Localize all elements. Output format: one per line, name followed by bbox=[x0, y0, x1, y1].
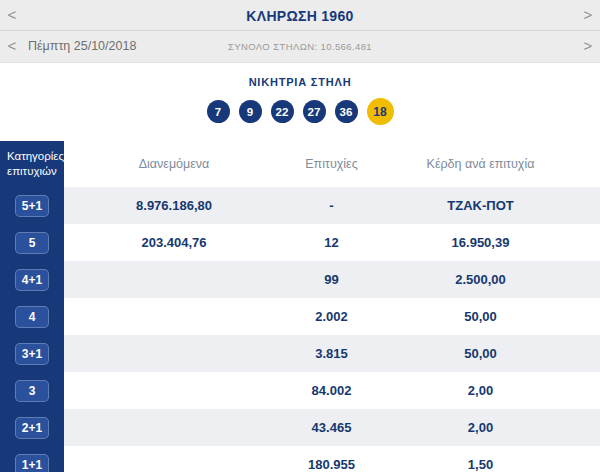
column-header-categories: Κατηγορίες επιτυχιών bbox=[0, 141, 64, 187]
table-row: 4 2.002 50,00 bbox=[0, 298, 600, 335]
category-badge: 3 bbox=[15, 380, 49, 402]
winners-cell: 43.465 bbox=[284, 420, 379, 435]
category-cell: 1+1 bbox=[0, 446, 64, 472]
category-cell: 2+1 bbox=[0, 409, 64, 446]
prize-cell: 2.500,00 bbox=[379, 272, 600, 287]
table-row: 5 203.404,76 12 16.950,39 bbox=[0, 224, 600, 261]
winners-cell: 3.815 bbox=[284, 346, 379, 361]
category-badge: 5+1 bbox=[15, 195, 49, 217]
draw-title: ΚΛΗΡΩΣΗ 1960 bbox=[0, 8, 600, 24]
category-cell: 5 bbox=[0, 224, 64, 261]
category-badge: 3+1 bbox=[15, 343, 49, 365]
column-header-prize: Κέρδη ανά επιτυχία bbox=[379, 157, 600, 171]
category-badge: 1+1 bbox=[15, 454, 49, 472]
prize-cell: 50,00 bbox=[379, 309, 600, 324]
distributed-cell: 203.404,76 bbox=[64, 235, 284, 250]
winning-column-label: ΝΙΚΗΤΡΙΑ ΣΤΗΛΗ bbox=[0, 76, 600, 88]
category-badge: 4 bbox=[15, 306, 49, 328]
winners-cell: 2.002 bbox=[284, 309, 379, 324]
distributed-cell: 8.976.186,80 bbox=[64, 198, 284, 213]
draw-title-row: < ΚΛΗΡΩΣΗ 1960 > bbox=[0, 0, 600, 31]
joker-draw-results-panel: < ΚΛΗΡΩΣΗ 1960 > < Πέμπτη 25/10/2018 ΣΥΝ… bbox=[0, 0, 600, 472]
winners-cell: 12 bbox=[284, 235, 379, 250]
prize-cell: 50,00 bbox=[379, 346, 600, 361]
column-header-distributed: Διανεμόμενα bbox=[64, 157, 284, 171]
prize-cell: 1,50 bbox=[379, 457, 600, 472]
category-badge: 4+1 bbox=[15, 269, 49, 291]
prize-cell: 16.950,39 bbox=[379, 235, 600, 250]
category-cell: 4+1 bbox=[0, 261, 64, 298]
prize-cell: 2,00 bbox=[379, 383, 600, 398]
number-ball: 22 bbox=[271, 100, 294, 123]
table-row: 1+1 180.955 1,50 bbox=[0, 446, 600, 472]
table-row: 2+1 43.465 2,00 bbox=[0, 409, 600, 446]
table-row: 3 84.002 2,00 bbox=[0, 372, 600, 409]
total-columns-label: ΣΥΝΟΛΟ ΣΤΗΛΩΝ: 10.566.481 bbox=[0, 41, 600, 52]
category-cell: 4 bbox=[0, 298, 64, 335]
number-ball: 7 bbox=[207, 100, 230, 123]
winners-cell: 84.002 bbox=[284, 383, 379, 398]
number-ball: 27 bbox=[303, 100, 326, 123]
table-row: 3+1 3.815 50,00 bbox=[0, 335, 600, 372]
joker-number-ball: 18 bbox=[367, 98, 394, 125]
number-ball: 36 bbox=[335, 100, 358, 123]
next-draw-arrow-icon[interactable]: > bbox=[580, 6, 596, 24]
table-header-row: Κατηγορίες επιτυχιών Διανεμόμενα Επιτυχί… bbox=[0, 141, 600, 187]
category-cell: 5+1 bbox=[0, 187, 64, 224]
category-badge: 2+1 bbox=[15, 417, 49, 439]
category-badge: 5 bbox=[15, 232, 49, 254]
table-row: 5+1 8.976.186,80 - ΤΖΑΚ-ΠΟΤ bbox=[0, 187, 600, 224]
results-table: Κατηγορίες επιτυχιών Διανεμόμενα Επιτυχί… bbox=[0, 141, 600, 472]
next-date-arrow-icon[interactable]: > bbox=[580, 37, 596, 55]
column-header-winners: Επιτυχίες bbox=[284, 157, 379, 171]
prize-cell: 2,00 bbox=[379, 420, 600, 435]
winners-cell: 180.955 bbox=[284, 457, 379, 472]
winners-cell: 99 bbox=[284, 272, 379, 287]
prize-cell: ΤΖΑΚ-ΠΟΤ bbox=[379, 198, 600, 213]
draw-date-row: < Πέμπτη 25/10/2018 ΣΥΝΟΛΟ ΣΤΗΛΩΝ: 10.56… bbox=[0, 31, 600, 62]
category-cell: 3 bbox=[0, 372, 64, 409]
winning-numbers: 7 9 22 27 36 18 bbox=[0, 98, 600, 125]
category-cell: 3+1 bbox=[0, 335, 64, 372]
winning-column-section: ΝΙΚΗΤΡΙΑ ΣΤΗΛΗ 7 9 22 27 36 18 bbox=[0, 63, 600, 125]
draw-header: < ΚΛΗΡΩΣΗ 1960 > < Πέμπτη 25/10/2018 ΣΥΝ… bbox=[0, 0, 600, 63]
winners-cell: - bbox=[284, 198, 379, 213]
table-row: 4+1 99 2.500,00 bbox=[0, 261, 600, 298]
number-ball: 9 bbox=[239, 100, 262, 123]
